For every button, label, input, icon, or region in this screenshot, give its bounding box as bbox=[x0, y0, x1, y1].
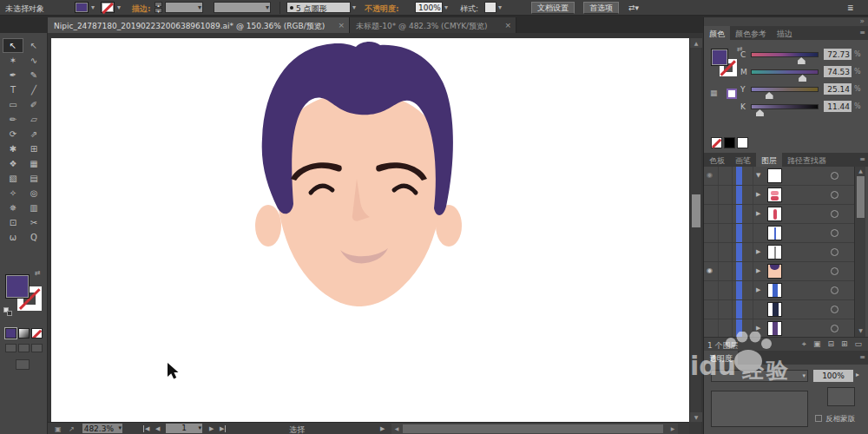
tab-color-guide[interactable]: 颜色参考 bbox=[730, 26, 772, 40]
left-ear[interactable] bbox=[255, 205, 281, 247]
channel-value-field[interactable]: 74.53 bbox=[824, 66, 852, 77]
style-swatch[interactable] bbox=[484, 2, 496, 13]
target-circle-icon[interactable] bbox=[831, 306, 838, 313]
stepper-up-icon[interactable]: ▴ bbox=[155, 2, 162, 7]
channel-value-field[interactable]: 11.44 bbox=[824, 101, 852, 112]
eraser-tool[interactable]: ▱ bbox=[23, 112, 44, 127]
disclosure-icon[interactable]: ▶ bbox=[756, 286, 760, 293]
channel-slider[interactable] bbox=[751, 104, 819, 109]
zoom-level-field[interactable]: 482.3%▾ bbox=[82, 424, 122, 433]
scroll-down-icon[interactable]: ▼ bbox=[690, 412, 702, 422]
slider-thumb-icon[interactable] bbox=[798, 57, 806, 64]
slider-thumb-icon[interactable] bbox=[799, 75, 806, 82]
rectangle-tool[interactable]: ▭ bbox=[3, 97, 23, 112]
mesh-tool[interactable]: ▧ bbox=[3, 171, 23, 186]
dock-collapse-icon[interactable]: » bbox=[859, 16, 865, 25]
layer-thumbnail[interactable] bbox=[767, 207, 782, 221]
disclosure-icon[interactable]: ▶ bbox=[756, 210, 760, 217]
document-tab-nipic[interactable]: Nipic_24787180_20190223200638961089.ai* … bbox=[48, 17, 350, 33]
rotate-tool[interactable]: ⟳ bbox=[3, 127, 23, 141]
color-mode-button[interactable] bbox=[5, 328, 16, 339]
layer-row[interactable]: ▶ bbox=[704, 186, 854, 205]
direct-selection-tool[interactable]: ↖ bbox=[23, 38, 44, 53]
tab-brushes[interactable]: 画笔 bbox=[730, 153, 756, 167]
stroke-weight-stepper[interactable]: ▴▾ bbox=[155, 2, 162, 13]
layer-row[interactable] bbox=[704, 300, 854, 319]
artboard-tool[interactable]: ⊡ bbox=[3, 215, 23, 230]
opacity-popout-icon[interactable]: ▸ bbox=[856, 371, 859, 378]
disclosure-icon[interactable]: ▶ bbox=[756, 248, 760, 255]
layer-row[interactable]: ◉▼ bbox=[704, 167, 854, 186]
scroll-up-icon[interactable]: ▲ bbox=[855, 167, 866, 175]
stroke-dropdown-arrow[interactable]: ▾ bbox=[117, 3, 121, 11]
slider-thumb-icon[interactable] bbox=[756, 109, 764, 116]
target-circle-icon[interactable] bbox=[831, 248, 838, 256]
horizontal-scroll-thumb[interactable] bbox=[403, 424, 663, 433]
magic-wand-tool[interactable]: ✶ bbox=[3, 53, 23, 68]
artboard[interactable] bbox=[51, 38, 689, 422]
shape-builder-tool[interactable]: ❖ bbox=[3, 156, 23, 171]
document-tab-untitled[interactable]: 未标题-10* @ 482.3% (CMYK/预览) × bbox=[350, 17, 516, 33]
swap-fill-stroke-icon[interactable]: ⇄ bbox=[35, 269, 41, 277]
channel-slider[interactable] bbox=[751, 69, 819, 75]
layer-thumbnail[interactable] bbox=[767, 321, 782, 336]
target-circle-icon[interactable] bbox=[831, 229, 838, 237]
vertical-scroll-thumb[interactable] bbox=[692, 194, 700, 227]
visibility-eye-icon[interactable]: ◉ bbox=[707, 266, 713, 274]
gradient-mode-button[interactable] bbox=[18, 328, 30, 339]
target-circle-icon[interactable] bbox=[831, 210, 838, 218]
gradient-tool[interactable]: ▤ bbox=[23, 171, 44, 186]
transparency-opacity-field[interactable]: 100% bbox=[813, 370, 853, 382]
artboard-number-field[interactable]: 1▾ bbox=[166, 424, 202, 433]
disclosure-icon[interactable]: ▶ bbox=[756, 191, 760, 198]
selection-tool[interactable]: ↖ bbox=[3, 38, 23, 53]
channel-slider[interactable] bbox=[751, 52, 819, 57]
type-tool[interactable]: T bbox=[3, 82, 23, 97]
curvature-tool[interactable]: ✎ bbox=[23, 68, 44, 82]
close-tab-icon[interactable]: × bbox=[338, 21, 345, 30]
dropdown-arrow-icon[interactable]: ▾ bbox=[444, 3, 448, 11]
status-icon-a[interactable]: ▣ bbox=[55, 425, 62, 433]
paintbrush-tool[interactable]: ✐ bbox=[23, 97, 44, 112]
pencil-tool[interactable]: ✏ bbox=[3, 112, 23, 127]
fill-swatch[interactable] bbox=[5, 274, 30, 299]
panel-menu-icon[interactable]: ≡ bbox=[859, 353, 865, 361]
zoom-tool[interactable]: Q bbox=[23, 230, 44, 245]
line-segment-tool[interactable]: ╱ bbox=[23, 82, 44, 97]
dropdown-arrow-icon[interactable]: ▾ bbox=[352, 3, 356, 11]
default-fill-stroke-icon[interactable] bbox=[3, 307, 13, 316]
stroke-color-swatch[interactable] bbox=[101, 2, 115, 13]
scale-tool[interactable]: ⇗ bbox=[23, 127, 44, 141]
tab-pathfinder[interactable]: 路径查找器 bbox=[782, 153, 832, 167]
panel-menu-icon[interactable]: ≡ bbox=[859, 155, 865, 163]
first-artboard-icon[interactable]: ◀ bbox=[143, 425, 149, 432]
layer-thumbnail[interactable] bbox=[767, 168, 782, 183]
target-circle-icon[interactable] bbox=[831, 325, 838, 332]
tab-stroke[interactable]: 描边 bbox=[772, 26, 798, 40]
last-artboard-icon[interactable]: ▶ bbox=[220, 425, 226, 432]
transform-options-icon[interactable]: ⇄▾ bbox=[628, 3, 639, 12]
target-circle-icon[interactable] bbox=[831, 172, 838, 180]
free-transform-tool[interactable]: ⊞ bbox=[23, 141, 44, 156]
layer-thumbnail[interactable] bbox=[767, 264, 782, 279]
slider-thumb-icon[interactable] bbox=[766, 92, 773, 99]
scroll-up-icon[interactable]: ▲ bbox=[690, 38, 702, 48]
vertical-scrollbar[interactable]: ▲ ▼ bbox=[689, 38, 701, 422]
layer-thumbnail[interactable] bbox=[767, 283, 782, 298]
new-sublayer-icon[interactable]: ⊟ bbox=[827, 339, 834, 349]
layer-row[interactable]: ▶ bbox=[704, 281, 854, 300]
stepper-down-icon[interactable]: ▾ bbox=[155, 8, 162, 13]
hand-tool[interactable]: ω bbox=[3, 230, 23, 245]
draw-inside-icon[interactable] bbox=[31, 344, 43, 352]
preferences-button[interactable]: 首选项 bbox=[583, 2, 619, 14]
layer-thumbnail[interactable] bbox=[767, 302, 782, 317]
new-layer-icon[interactable]: ⊞ bbox=[841, 339, 848, 349]
layer-thumbnail[interactable] bbox=[767, 245, 782, 260]
none-mode-button[interactable] bbox=[31, 328, 43, 339]
draw-behind-icon[interactable] bbox=[18, 344, 30, 352]
layer-thumbnail[interactable] bbox=[767, 226, 782, 240]
scroll-right-icon[interactable]: ▶ bbox=[667, 424, 678, 434]
eyedropper-tool[interactable]: ✧ bbox=[3, 186, 23, 201]
disclosure-icon[interactable]: ▶ bbox=[756, 267, 760, 274]
opacity-label[interactable]: 不透明度: bbox=[365, 3, 399, 15]
